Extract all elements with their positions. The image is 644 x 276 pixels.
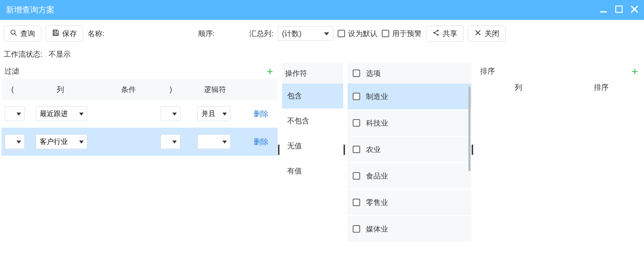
set-default-label: 设为默认 — [348, 29, 377, 39]
resize-handle[interactable] — [278, 63, 280, 276]
window-controls — [600, 6, 638, 14]
close-icon — [474, 29, 482, 38]
checkbox-icon — [382, 30, 389, 37]
checkbox-icon[interactable] — [353, 225, 360, 233]
option-item-label: 农业 — [366, 145, 381, 155]
workflow-status-row: 工作流状态: 不显示 — [0, 43, 644, 61]
operator-item[interactable]: 包含 — [282, 84, 343, 109]
save-button-label: 保存 — [62, 29, 77, 39]
resize-handle[interactable] — [343, 63, 345, 276]
paren-right-select[interactable] — [161, 106, 180, 121]
options-panel: 选项 制造业科技业农业食品业零售业媒体业 — [348, 63, 471, 276]
main-area: 过滤 ＋ ( 列 条件 ) 逻辑符 最近跟进并且删除客户行业删除 操作符 包含不… — [0, 61, 644, 276]
query-button-label: 查询 — [20, 29, 35, 39]
operator-item[interactable]: 不包含 — [282, 109, 343, 134]
column-select[interactable]: 最近跟进 — [36, 106, 87, 121]
option-item[interactable]: 科技业 — [348, 110, 471, 136]
options-list: 制造业科技业农业食品业零售业媒体业 — [348, 84, 471, 243]
save-button[interactable]: 保存 — [46, 25, 83, 42]
summary-label: 汇总列: — [249, 29, 274, 39]
workflow-status-value[interactable]: 不显示 — [49, 50, 71, 58]
query-button[interactable]: 查询 — [4, 25, 41, 42]
delete-row-link[interactable]: 删除 — [254, 137, 268, 147]
filter-header-logic: 逻辑符 — [182, 85, 248, 95]
checkbox-icon[interactable] — [353, 199, 360, 206]
option-item[interactable]: 零售业 — [348, 190, 471, 215]
option-item-label: 零售业 — [366, 198, 388, 208]
filter-header-column: 列 — [24, 85, 97, 95]
paren-left-select[interactable] — [5, 134, 25, 149]
sort-panel: 排序 ＋ 列 排序 — [477, 63, 643, 276]
summary-select-value: (计数) — [282, 29, 302, 39]
option-item-label: 媒体业 — [366, 224, 388, 234]
share-button[interactable]: 共享 — [426, 25, 464, 42]
delete-row-link[interactable]: 删除 — [254, 109, 268, 119]
option-item[interactable]: 食品业 — [348, 163, 471, 189]
name-input[interactable] — [109, 26, 194, 41]
svg-rect-1 — [616, 6, 622, 13]
title-bar: 新增查询方案 — [0, 0, 644, 20]
paren-right-select[interactable] — [161, 134, 180, 149]
svg-line-3 — [15, 33, 17, 35]
checkbox-icon[interactable] — [353, 93, 360, 100]
paren-left-select[interactable] — [5, 106, 25, 121]
options-header: 选项 — [348, 63, 471, 84]
order-input[interactable] — [219, 26, 245, 41]
filter-rows: 最近跟进并且删除客户行业删除 — [1, 100, 278, 156]
toolbar: 查询 保存 名称: 顺序: 汇总列: (计数) 设为默认 用于预警 共享 关闭 — [0, 20, 644, 43]
share-icon — [432, 29, 440, 38]
maximize-icon[interactable] — [615, 6, 623, 14]
svg-rect-4 — [54, 30, 57, 32]
use-for-alert-label: 用于预警 — [392, 29, 422, 39]
sort-add-button[interactable]: ＋ — [630, 65, 640, 78]
sort-header-order: 排序 — [560, 82, 643, 92]
filter-header-condition: 条件 — [97, 85, 160, 95]
scrollbar-thumb[interactable] — [468, 86, 471, 171]
svg-rect-0 — [600, 11, 607, 13]
option-item[interactable]: 制造业 — [348, 84, 471, 109]
option-item-label: 科技业 — [366, 118, 388, 128]
svg-rect-5 — [54, 33, 57, 35]
use-for-alert-checkbox[interactable]: 用于预警 — [382, 29, 422, 39]
option-item[interactable]: 农业 — [348, 137, 471, 162]
sort-header-row: 排序 ＋ — [477, 63, 643, 79]
operator-item[interactable]: 无值 — [282, 134, 343, 159]
share-button-label: 共享 — [443, 29, 457, 39]
options-select-all-checkbox[interactable] — [353, 70, 360, 77]
sort-title: 排序 — [480, 66, 495, 76]
minimize-icon[interactable] — [600, 6, 607, 14]
checkbox-icon[interactable] — [353, 172, 360, 180]
order-label: 顺序: — [198, 29, 215, 39]
filter-add-button[interactable]: ＋ — [265, 65, 275, 78]
summary-select[interactable]: (计数) — [278, 26, 333, 41]
option-item[interactable]: 媒体业 — [348, 216, 471, 242]
close-button-label: 关闭 — [485, 29, 499, 39]
logic-select[interactable]: 并且 — [197, 106, 230, 121]
close-button[interactable]: 关闭 — [468, 25, 506, 42]
operator-header: 操作符 — [282, 63, 343, 84]
operator-title: 操作符 — [285, 68, 307, 78]
filter-header: 过滤 ＋ — [1, 63, 278, 79]
close-window-icon[interactable] — [631, 6, 638, 14]
operator-list: 包含不包含无值有值 — [282, 84, 343, 184]
checkbox-icon[interactable] — [353, 146, 360, 153]
filter-panel: 过滤 ＋ ( 列 条件 ) 逻辑符 最近跟进并且删除客户行业删除 — [1, 63, 278, 276]
column-select[interactable]: 客户行业 — [36, 134, 87, 149]
set-default-checkbox[interactable]: 设为默认 — [338, 29, 377, 39]
checkbox-icon[interactable] — [353, 119, 360, 127]
sort-table-header: 列 排序 — [477, 79, 643, 95]
search-icon — [10, 29, 17, 38]
filter-row[interactable]: 客户行业删除 — [1, 128, 278, 156]
resize-handle[interactable] — [471, 63, 474, 276]
operator-item[interactable]: 有值 — [282, 159, 343, 184]
logic-select[interactable] — [197, 134, 230, 149]
checkbox-icon — [338, 30, 345, 37]
filter-header-paren-r: ) — [160, 85, 182, 94]
filter-title: 过滤 — [4, 66, 19, 76]
filter-header-paren-l: ( — [1, 85, 24, 94]
workflow-status-label: 工作流状态: — [4, 50, 43, 58]
filter-row[interactable]: 最近跟进并且删除 — [1, 100, 278, 128]
options-title: 选项 — [366, 68, 381, 78]
save-icon — [52, 29, 59, 38]
option-item-label: 制造业 — [366, 92, 388, 102]
